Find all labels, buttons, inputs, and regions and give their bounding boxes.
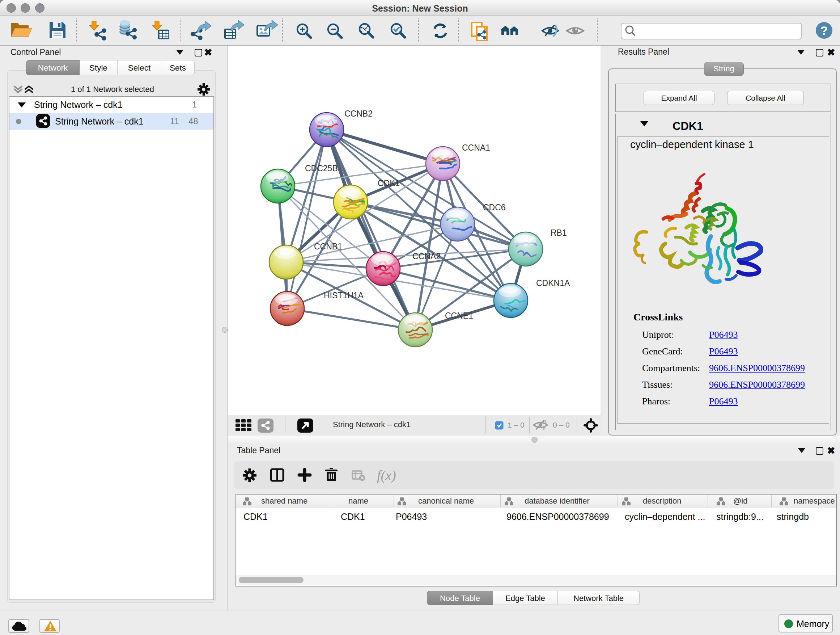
svg-text:CCNB1: CCNB1: [314, 242, 342, 251]
svg-text:CCNA2: CCNA2: [412, 252, 441, 261]
svg-text:CCNB2: CCNB2: [344, 109, 373, 119]
svg-text:CDC25B: CDC25B: [305, 164, 338, 173]
svg-text:CCNA1: CCNA1: [462, 143, 490, 152]
svg-text:RB1: RB1: [551, 228, 567, 238]
svg-text:f(x): f(x): [377, 468, 396, 483]
svg-text:CDKN1A: CDKN1A: [536, 279, 570, 288]
svg-text:HIST1H1A: HIST1H1A: [324, 291, 364, 300]
svg-text:CDC6: CDC6: [483, 203, 506, 212]
svg-text:CDK1: CDK1: [378, 179, 400, 188]
svg-text:CCNE1: CCNE1: [445, 311, 473, 320]
